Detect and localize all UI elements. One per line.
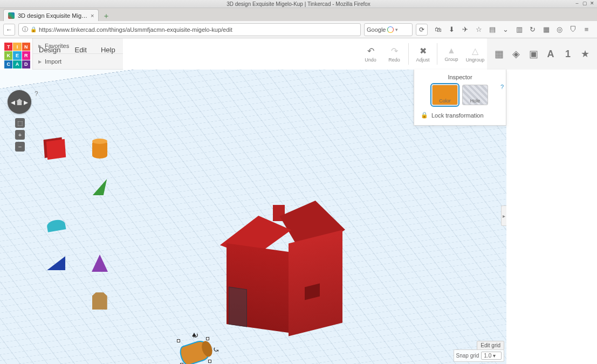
logo-cell: D — [22, 60, 30, 68]
redo-button[interactable]: ↷ Redo — [382, 43, 406, 66]
hexagonal-prism-icon — [92, 292, 107, 310]
inspector-help-icon[interactable]: ? — [500, 84, 504, 90]
window-title: 3D design Exquisite Migelo-Kup | Tinkerc… — [227, 1, 370, 7]
adjust-icon: ✖ — [420, 46, 427, 56]
app-menubar: Design Edit Help — [32, 43, 122, 57]
scale-handle[interactable] — [208, 360, 211, 363]
tabstrip: 3D design Exquisite Mig… × ＋ — [0, 8, 597, 21]
sidebar-collapse-handle[interactable]: ▸ — [501, 205, 506, 226]
google-icon — [387, 26, 394, 33]
rotate-handle-icon[interactable]: ⤾ — [192, 331, 199, 341]
rotate-handle-icon[interactable]: ⤿ — [212, 345, 219, 355]
scale-handle[interactable] — [206, 337, 209, 340]
hamburger-menu-icon[interactable]: ≡ — [582, 25, 591, 33]
grid-icon[interactable]: ▦ — [542, 25, 550, 33]
search-bar[interactable]: Google ▾ — [364, 23, 413, 36]
tinkercad-app: T I N K E R C A D Design Edit Help ↶ Und… — [0, 38, 597, 364]
url-bar[interactable]: ⓘ 🔒 https://www.tinkercad.com/things/aUs… — [18, 23, 361, 36]
redo-icon: ↷ — [391, 46, 398, 56]
back-button[interactable]: ← — [3, 24, 15, 36]
lock-icon: 🔒 — [421, 112, 428, 119]
snap-grid-bar: Snap grid 1.0 ▾ — [454, 349, 505, 362]
url-text: https://www.tinkercad.com/things/aUsmmfj… — [39, 26, 357, 33]
color-swatch[interactable]: Color — [432, 85, 458, 105]
bookmark-star-icon[interactable]: ☆ — [475, 25, 483, 33]
send-icon[interactable]: ✈ — [461, 25, 469, 33]
workplane-icon[interactable]: ▦ — [493, 48, 504, 60]
search-dropdown-icon[interactable]: ▾ — [395, 27, 398, 32]
divider — [408, 43, 409, 65]
snap-grid-select[interactable]: 1.0 ▾ — [481, 352, 502, 360]
cylinder-body — [179, 340, 211, 364]
os-maximize-icon[interactable]: ▢ — [582, 1, 587, 6]
orbit-left-icon[interactable]: ◂ — [11, 97, 15, 107]
home-view-icon[interactable] — [16, 99, 23, 105]
google-label: Google — [367, 26, 386, 33]
shield-icon[interactable]: ⛉ — [569, 25, 577, 33]
snap-grid-label: Snap grid — [456, 353, 479, 359]
group-icon: ▲ — [447, 46, 456, 56]
os-close-icon[interactable]: ✕ — [589, 1, 595, 6]
menu-help[interactable]: Help — [94, 43, 122, 57]
logo-cell: C — [4, 60, 12, 68]
ungroup-button[interactable]: △ Ungroup — [463, 43, 487, 66]
logo-cell: K — [4, 51, 12, 59]
ungroup-label: Ungroup — [466, 57, 485, 63]
house-model[interactable] — [221, 196, 345, 336]
cone-icon — [92, 255, 108, 272]
viewcube[interactable]: ◂ ▸ — [8, 90, 31, 114]
inspector-panel: Inspector ? Color Hole 🔒 Lock transforma… — [414, 70, 506, 126]
orbit-right-icon[interactable]: ▸ — [24, 97, 28, 107]
sync-icon[interactable]: ↻ — [529, 25, 537, 33]
divider — [437, 43, 437, 65]
selected-cylinder[interactable]: ⤾ ⤿ ⤾ — [176, 334, 219, 364]
fit-view-button[interactable]: ⬚ — [15, 118, 25, 128]
logo-cell: T — [4, 43, 12, 51]
undo-icon: ↶ — [367, 46, 374, 56]
view-help-icon[interactable]: ? — [35, 90, 38, 98]
new-tab-button[interactable]: ＋ — [101, 11, 112, 21]
reload-button[interactable]: ⟳ — [416, 24, 428, 36]
logo-cell: E — [13, 51, 21, 59]
inspector-title: Inspector — [418, 74, 502, 80]
door-shape — [229, 287, 247, 327]
star-icon[interactable]: ★ — [580, 48, 591, 60]
library-icon[interactable]: ▤ — [488, 25, 496, 33]
tinkercad-favicon-icon — [8, 12, 15, 19]
menu-edit[interactable]: Edit — [68, 43, 93, 57]
app-toolbar-right: ↶ Undo ↷ Redo ✖ Adjust ▲ Group △ Ungroup… — [359, 38, 597, 70]
reader-icon[interactable]: ▥ — [515, 25, 523, 33]
adjust-button[interactable]: ✖ Adjust — [411, 43, 435, 66]
hole-swatch[interactable]: Hole — [462, 85, 488, 105]
text-a-icon[interactable]: A — [545, 49, 556, 60]
lock-transformation[interactable]: 🔒 Lock transformation — [418, 111, 502, 120]
edit-grid-button[interactable]: Edit grid — [477, 341, 504, 350]
ruler-icon[interactable]: ▣ — [528, 48, 539, 60]
info-icon: ⓘ — [22, 25, 28, 33]
os-minimize-icon[interactable]: – — [574, 1, 580, 6]
undo-button[interactable]: ↶ Undo — [359, 43, 382, 66]
scale-handle[interactable] — [177, 339, 180, 342]
ext-icon-1[interactable]: 🛍 — [434, 25, 442, 33]
undo-label: Undo — [365, 57, 376, 63]
browser-extensions: 🛍 ⬇ ✈ ☆ ▤ ⌄ ▥ ↻ ▦ ◎ ⛉ ≡ — [431, 25, 594, 33]
tab-close-icon[interactable]: × — [91, 12, 94, 19]
view-nav-stack: ⬚ + − — [15, 118, 25, 152]
group-button[interactable]: ▲ Group — [440, 43, 463, 65]
cube-icon[interactable]: ◈ — [511, 48, 521, 60]
ext-icon-2[interactable]: ◎ — [555, 25, 564, 33]
number-1-icon[interactable]: 1 — [562, 49, 573, 60]
tinkercad-logo[interactable]: T I N K E R C A D — [4, 43, 30, 68]
adjust-label: Adjust — [416, 57, 429, 63]
chevron-right-icon: ▶ — [38, 59, 42, 64]
pocket-icon[interactable]: ⌄ — [502, 25, 510, 33]
downloads-icon[interactable]: ⬇ — [448, 25, 456, 33]
house-side-shape — [289, 230, 342, 336]
zoom-out-button[interactable]: − — [15, 142, 25, 152]
zoom-in-button[interactable]: + — [15, 130, 25, 140]
tab-title: 3D design Exquisite Mig… — [18, 12, 87, 19]
menu-design[interactable]: Design — [32, 43, 67, 57]
os-titlebar: 3D design Exquisite Migelo-Kup | Tinkerc… — [0, 0, 597, 8]
ungroup-icon: △ — [472, 46, 478, 56]
browser-tab[interactable]: 3D design Exquisite Mig… × — [3, 9, 99, 21]
